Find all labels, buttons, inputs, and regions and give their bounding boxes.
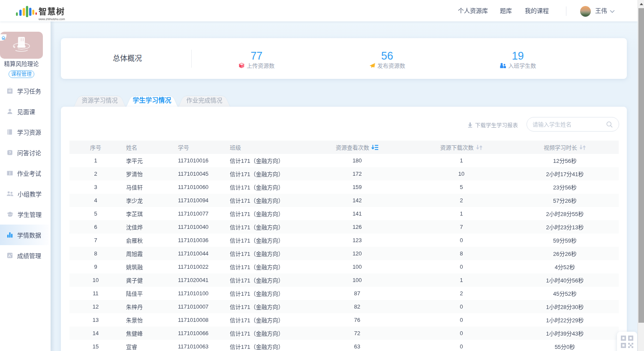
- svg-text:?: ?: [9, 150, 11, 155]
- svg-text:+: +: [11, 253, 12, 255]
